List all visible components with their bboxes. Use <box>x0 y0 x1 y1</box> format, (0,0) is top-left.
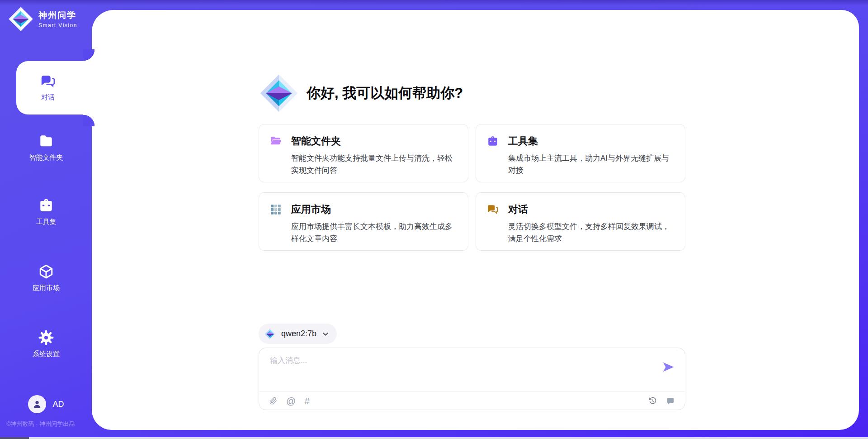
chat-bubble-icon <box>666 396 675 406</box>
card-header: 对话 <box>487 203 674 216</box>
card-title: 应用市场 <box>291 203 331 216</box>
send-button[interactable] <box>661 360 675 374</box>
brand-name: 神州问学 <box>38 10 77 21</box>
history-icon <box>648 396 657 406</box>
sidebar-item-app-market[interactable]: 应用市场 <box>0 256 92 300</box>
model-name: qwen2:7b <box>281 329 316 339</box>
sidebar-item-label: 智能文件夹 <box>29 153 63 162</box>
sidebar-item-label: 系统设置 <box>33 350 60 358</box>
folder-icon <box>38 134 54 149</box>
greeting-text: 你好, 我可以如何帮助你? <box>307 84 463 103</box>
sidebar-item-label: 工具集 <box>36 218 57 226</box>
chevron-down-icon <box>321 330 330 338</box>
person-icon <box>32 399 42 410</box>
feature-cards: 智能文件夹 智能文件夹功能支持批量文件上传与清洗，轻松实现文件问答 工具集 集成… <box>259 124 685 251</box>
card-header: 应用市场 <box>270 203 457 216</box>
model-selector[interactable]: qwen2:7b <box>259 324 337 344</box>
sidebar-item-label: 应用市场 <box>33 284 60 292</box>
card-toolset[interactable]: 工具集 集成市场上主流工具，助力AI与外界无缝扩展与对接 <box>476 124 685 182</box>
brand-logo: 神州问学 Smart Vision <box>8 6 77 32</box>
hero-diamond-icon <box>259 74 298 113</box>
screen-bottom-edge <box>0 437 868 439</box>
card-header: 智能文件夹 <box>270 134 457 148</box>
card-smart-folder[interactable]: 智能文件夹 智能文件夹功能支持批量文件上传与清洗，轻松实现文件问答 <box>259 124 468 182</box>
toolbox-icon <box>487 135 499 147</box>
toolbox-icon <box>38 198 54 213</box>
brand-subtitle: Smart Vision <box>38 22 77 29</box>
user-initials: AD <box>52 400 64 409</box>
mention-button[interactable]: @ <box>286 396 296 406</box>
card-title: 对话 <box>508 203 528 216</box>
attach-button[interactable] <box>269 396 278 405</box>
gear-icon <box>38 330 54 345</box>
brand-text: 神州问学 Smart Vision <box>38 10 77 29</box>
card-app-market[interactable]: 应用市场 应用市场提供丰富长文本模板，助力高效生成多样化文章内容 <box>259 192 468 251</box>
sidebar-item-settings[interactable]: 系统设置 <box>0 322 92 366</box>
sidebar-item-toolset[interactable]: 工具集 <box>0 190 92 234</box>
message-input[interactable] <box>270 355 654 387</box>
card-description: 集成市场上主流工具，助力AI与外界无缝扩展与对接 <box>508 152 674 177</box>
sidebar-item-chat[interactable]: 对话 <box>16 61 95 115</box>
sidebar-item-label: 对话 <box>41 93 55 102</box>
card-header: 工具集 <box>487 134 674 148</box>
card-title: 智能文件夹 <box>291 134 341 148</box>
card-description: 应用市场提供丰富长文本模板，助力高效生成多样化文章内容 <box>291 220 457 245</box>
message-composer: @ # <box>259 348 685 410</box>
send-icon <box>661 360 675 374</box>
card-title: 工具集 <box>508 134 538 148</box>
paperclip-icon <box>269 396 278 405</box>
card-description: 灵活切换多模型文件，支持多样回复效果调试，满足个性化需求 <box>508 220 674 245</box>
folder-open-icon <box>270 135 282 147</box>
hash-icon: # <box>304 396 310 406</box>
copyright-text: ©神州数码 · 神州问学出品 <box>6 420 97 428</box>
sidebar-item-smart-folder[interactable]: 智能文件夹 <box>0 126 92 169</box>
composer-toolbar: @ # <box>259 391 685 410</box>
card-chat[interactable]: 对话 灵活切换多模型文件，支持多样回复效果调试，满足个性化需求 <box>476 192 685 251</box>
grid-icon <box>270 204 282 215</box>
mention-icon: @ <box>286 396 296 406</box>
top-shade <box>0 0 868 5</box>
cube-icon <box>38 264 54 279</box>
model-diamond-icon <box>264 328 276 340</box>
hash-button[interactable]: # <box>304 396 310 406</box>
greeting-block: 你好, 我可以如何帮助你? <box>259 73 463 113</box>
feedback-button[interactable] <box>666 396 675 406</box>
chat-icon <box>487 204 499 215</box>
user-menu[interactable]: AD <box>0 394 92 415</box>
card-description: 智能文件夹功能支持批量文件上传与清洗，轻松实现文件问答 <box>291 152 457 177</box>
brand-diamond-icon <box>8 6 33 32</box>
avatar <box>28 395 46 413</box>
chat-icon <box>40 74 56 89</box>
history-button[interactable] <box>648 396 657 406</box>
